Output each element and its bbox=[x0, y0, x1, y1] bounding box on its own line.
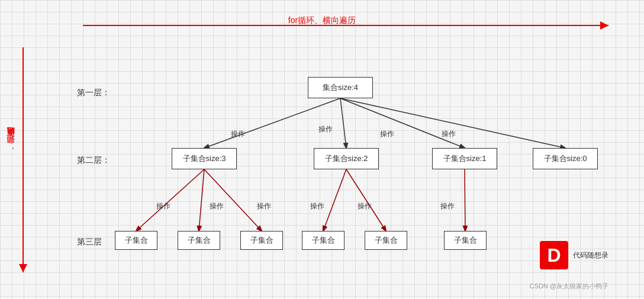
watermark: D 代码随想录 bbox=[540, 241, 608, 269]
op-label-2: 操作 bbox=[318, 124, 333, 134]
svg-line-0 bbox=[204, 98, 340, 148]
node-l3-2: 子集合 bbox=[178, 231, 220, 250]
svg-line-6 bbox=[204, 169, 262, 231]
h-arrow-label: for循环、横向遍历 bbox=[288, 15, 356, 26]
svg-line-3 bbox=[340, 98, 565, 148]
node-l3-3: 子集合 bbox=[240, 231, 283, 250]
svg-line-5 bbox=[199, 169, 204, 231]
op-label-5: 操作 bbox=[156, 201, 170, 211]
op-label-1: 操作 bbox=[231, 129, 245, 139]
v-arrow bbox=[22, 47, 24, 272]
layer-3-label: 第三层 bbox=[77, 237, 102, 247]
node-l3-1: 子集合 bbox=[115, 231, 157, 250]
layer-2-label: 第二层： bbox=[77, 155, 110, 166]
node-l2-3: 子集合size:1 bbox=[432, 148, 497, 169]
svg-line-8 bbox=[346, 169, 386, 231]
node-l2-2: 子集合size:2 bbox=[314, 148, 379, 169]
v-arrow-label: 递归、纵向遍历 bbox=[5, 142, 15, 150]
node-l3-6: 子集合 bbox=[444, 231, 487, 250]
svg-line-4 bbox=[136, 169, 204, 231]
node-l2-1: 子集合size:3 bbox=[172, 148, 237, 169]
op-label-6: 操作 bbox=[210, 201, 224, 211]
node-root: 集合size:4 bbox=[308, 77, 373, 98]
watermark-text: 代码随想录 bbox=[573, 250, 608, 261]
node-l2-4: 子集合size:0 bbox=[533, 148, 598, 169]
csdn-credit: CSDN @灰太狼家的小鸭子 bbox=[530, 282, 608, 291]
node-l3-4: 子集合 bbox=[302, 231, 344, 250]
svg-line-1 bbox=[340, 98, 346, 148]
op-label-9: 操作 bbox=[358, 201, 372, 211]
svg-line-2 bbox=[340, 98, 465, 148]
op-label-8: 操作 bbox=[310, 201, 324, 211]
op-label-3: 操作 bbox=[380, 129, 394, 139]
op-label-7: 操作 bbox=[257, 201, 271, 211]
diagram-canvas: for循环、横向遍历 递归、纵向遍历 bbox=[0, 0, 644, 299]
node-l3-5: 子集合 bbox=[365, 231, 407, 250]
layer-1-label: 第一层： bbox=[77, 88, 110, 98]
svg-line-7 bbox=[323, 169, 346, 231]
watermark-icon: D bbox=[540, 241, 568, 269]
op-label-4: 操作 bbox=[442, 129, 456, 139]
op-label-10: 操作 bbox=[440, 201, 455, 211]
svg-line-9 bbox=[465, 169, 465, 231]
